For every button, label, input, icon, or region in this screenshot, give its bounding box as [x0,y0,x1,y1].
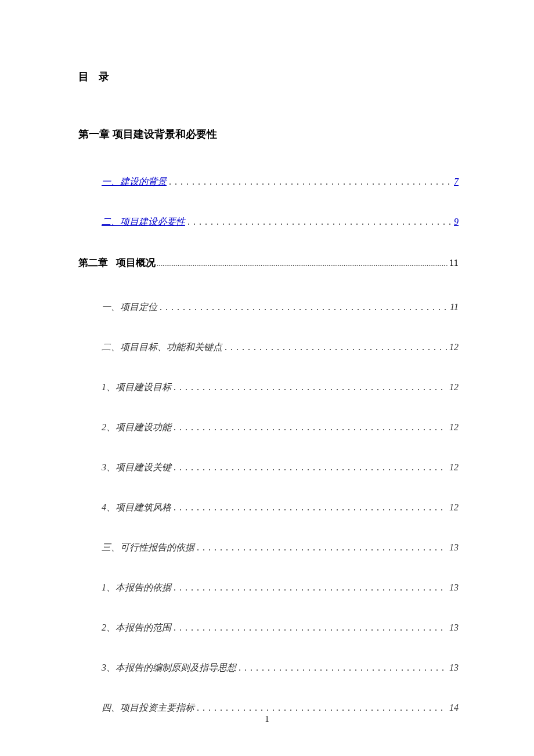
toc-entry-1-2[interactable]: 二、项目建设必要性 . . . . . . . . . . . . . . . … [102,216,459,228]
toc-leader-dots: . . . . . . . . . . . . . . . . . . . . … [160,302,448,312]
toc-entry-2-8: 1、本报告的依据 . . . . . . . . . . . . . . . .… [102,582,459,594]
toc-entry-page: 9 [454,217,459,227]
toc-entry-label: 一、项目定位 [102,301,157,314]
toc-entry-label: 四、项目投资主要指标 [102,702,194,714]
toc-entry-label: 3、项目建设关键 [102,462,171,474]
toc-entry-2-11: 四、项目投资主要指标 . . . . . . . . . . . . . . .… [102,702,459,714]
toc-entry-page: 13 [449,663,459,673]
toc-entry-2-6: 4、项目建筑风格 . . . . . . . . . . . . . . . .… [102,502,459,514]
toc-entry-label: 二、项目建设必要性 [102,216,185,228]
toc-entry-label: 三、可行性报告的依据 [102,542,194,554]
toc-entry-page: 12 [449,382,459,393]
toc-leader-dots: ........................................… [157,259,448,268]
document-page: 目 录 第一章 项目建设背景和必要性 一、建设的背景 . . . . . . .… [0,0,534,756]
toc-entry-label: 2、本报告的范围 [102,622,171,634]
toc-entry-2-7: 三、可行性报告的依据 . . . . . . . . . . . . . . .… [102,542,459,554]
chapter-2-page: 11 [449,257,459,269]
toc-entry-page: 14 [449,703,459,713]
toc-entry-2-10: 3、本报告的编制原则及指导思想 . . . . . . . . . . . . … [102,662,459,674]
toc-title: 目 录 [78,70,459,84]
toc-entry-2-4: 2、项目建设功能 . . . . . . . . . . . . . . . .… [102,422,459,434]
toc-leader-dots: . . . . . . . . . . . . . . . . . . . . … [174,502,447,513]
toc-leader-dots: . . . . . . . . . . . . . . . . . . . . … [174,462,447,473]
toc-entry-label: 1、本报告的依据 [102,582,171,594]
toc-leader-dots: . . . . . . . . . . . . . . . . . . . . … [239,663,447,673]
toc-entry-page: 12 [449,342,459,352]
chapter-2-text: 项目概况 [116,256,156,269]
toc-entry-page: 12 [449,462,459,473]
toc-entry-label: 2、项目建设功能 [102,422,171,434]
toc-leader-dots: . . . . . . . . . . . . . . . . . . . . … [169,177,452,187]
toc-entry-page: 7 [454,177,459,187]
toc-entry-page: 12 [449,422,459,433]
toc-entry-2-1: 一、项目定位 . . . . . . . . . . . . . . . . .… [102,301,459,314]
toc-entry-label: 4、项目建筑风格 [102,502,171,514]
chapter-2-row: 第二章 项目概况 ...............................… [78,256,459,269]
toc-entry-2-3: 1、项目建设目标 . . . . . . . . . . . . . . . .… [102,381,459,394]
toc-entry-page: 11 [450,302,459,312]
page-number: 1 [0,715,534,724]
toc-entry-page: 13 [449,622,459,633]
toc-leader-dots: . . . . . . . . . . . . . . . . . . . . … [197,703,447,713]
toc-leader-dots: . . . . . . . . . . . . . . . . . . . . … [174,382,447,393]
toc-entry-2-2: 二、项目目标、功能和关键点 . . . . . . . . . . . . . … [102,341,459,354]
toc-entry-label: 二、项目目标、功能和关键点 [102,341,222,354]
toc-leader-dots: . . . . . . . . . . . . . . . . . . . . … [174,582,447,593]
chapter-1-heading: 第一章 项目建设背景和必要性 [78,127,459,141]
toc-entry-label: 一、建设的背景 [102,176,167,188]
toc-entry-page: 12 [449,502,459,513]
toc-entry-2-9: 2、本报告的范围 . . . . . . . . . . . . . . . .… [102,622,459,634]
toc-leader-dots: . . . . . . . . . . . . . . . . . . . . … [197,542,447,553]
toc-leader-dots: . . . . . . . . . . . . . . . . . . . . … [174,422,447,433]
toc-leader-dots: . . . . . . . . . . . . . . . . . . . . … [225,342,447,352]
toc-leader-dots: . . . . . . . . . . . . . . . . . . . . … [174,622,447,633]
toc-entry-1-1[interactable]: 一、建设的背景 . . . . . . . . . . . . . . . . … [102,176,459,188]
chapter-2-label: 第二章 [78,256,108,269]
toc-entry-label: 3、本报告的编制原则及指导思想 [102,662,236,674]
toc-entry-label: 1、项目建设目标 [102,381,171,394]
toc-leader-dots: . . . . . . . . . . . . . . . . . . . . … [187,217,452,227]
toc-entry-page: 13 [449,542,459,553]
toc-entry-page: 13 [449,582,459,593]
toc-entry-2-5: 3、项目建设关键 . . . . . . . . . . . . . . . .… [102,462,459,474]
